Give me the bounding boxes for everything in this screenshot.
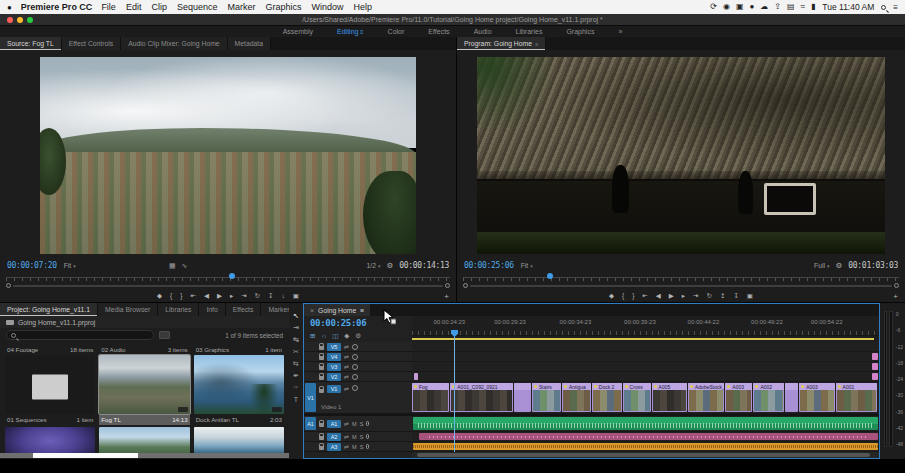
- button-editor-add-icon[interactable]: +: [893, 293, 898, 301]
- apple-menu-icon[interactable]: ●: [7, 3, 12, 12]
- mark-in-icon[interactable]: {: [170, 293, 172, 300]
- spotlight-icon[interactable]: [881, 5, 886, 10]
- panel-tab[interactable]: Markers: [261, 303, 289, 316]
- track-lane-v3[interactable]: [412, 362, 879, 372]
- menu-item[interactable]: File: [101, 2, 116, 12]
- workspace-tab[interactable]: Audio: [474, 28, 492, 35]
- button-editor-add-icon[interactable]: +: [444, 293, 449, 301]
- bin-item[interactable]: Dock Antilan TL2:03: [194, 355, 284, 426]
- bin-item-caption[interactable]: 04 Footage18 items: [5, 344, 95, 354]
- track-select-forward-tool[interactable]: ⇥: [293, 324, 299, 331]
- timeline-settings-icon[interactable]: ⚙: [355, 332, 361, 340]
- timeline-current-timecode[interactable]: 00:00:25:06: [304, 316, 412, 329]
- menu-item[interactable]: Help: [354, 2, 373, 12]
- lock-icon[interactable]: [319, 436, 324, 440]
- snap-icon[interactable]: ∩: [321, 332, 326, 339]
- menu-item[interactable]: Sequence: [177, 2, 218, 12]
- drag-video-icon[interactable]: ▦: [169, 262, 176, 270]
- track-target-button[interactable]: A2: [327, 433, 341, 441]
- wifi-icon[interactable]: ≈: [801, 3, 805, 11]
- toggle-track-output-icon[interactable]: [352, 364, 358, 370]
- menu-item[interactable]: Edit: [126, 2, 142, 12]
- zoom-handle-left[interactable]: [6, 283, 11, 288]
- mark-in-icon[interactable]: {: [622, 293, 624, 300]
- play-icon[interactable]: ▶: [669, 293, 674, 300]
- bin-item[interactable]: 01 Sequences1 item: [5, 355, 95, 426]
- hand-tool[interactable]: ☞: [293, 384, 299, 391]
- program-playhead[interactable]: [547, 273, 553, 279]
- voiceover-record-icon[interactable]: [366, 444, 369, 449]
- program-current-timecode[interactable]: 00:00:25:06: [464, 261, 514, 270]
- menu-item[interactable]: Graphics: [265, 2, 301, 12]
- timeline-clip[interactable]: A003: [799, 383, 834, 412]
- window-icon[interactable]: ▤: [787, 3, 795, 11]
- playback-resolution-dropdown[interactable]: 1/2▾: [367, 262, 381, 269]
- scrollbar-thumb[interactable]: [33, 453, 138, 458]
- workspace-tab[interactable]: Editing: [337, 28, 364, 35]
- timeline-clip[interactable]: A001_C092_0921: [450, 383, 513, 412]
- mute-track-button[interactable]: M: [352, 434, 357, 440]
- minimize-window-button[interactable]: [17, 17, 23, 23]
- panel-tab[interactable]: Program: Going Home≡: [457, 37, 546, 50]
- add-marker-icon[interactable]: ◆: [609, 293, 614, 300]
- bin-item-thumbnail[interactable]: [99, 355, 189, 414]
- workspace-tab[interactable]: Color: [388, 28, 405, 35]
- source-current-timecode[interactable]: 00:00:07:20: [7, 261, 57, 270]
- close-window-button[interactable]: [7, 17, 13, 23]
- app-menu-title[interactable]: Premiere Pro CC: [21, 2, 93, 12]
- display-icon[interactable]: ▣: [736, 3, 744, 11]
- track-target-button[interactable]: V4: [327, 353, 341, 361]
- step-forward-icon[interactable]: ▸: [230, 293, 233, 300]
- source-playhead[interactable]: [229, 273, 235, 279]
- lock-icon[interactable]: [319, 376, 324, 380]
- menu-item[interactable]: Marker: [227, 2, 255, 12]
- loop-icon[interactable]: ↻: [255, 293, 260, 300]
- settings-wrench-icon[interactable]: ⚙: [387, 261, 394, 270]
- go-to-in-icon[interactable]: ⇤: [642, 293, 647, 300]
- timeline-clip[interactable]: [414, 373, 418, 380]
- insert-icon[interactable]: ↧: [268, 293, 273, 300]
- program-zoom-bar[interactable]: [463, 282, 899, 289]
- workspace-tab[interactable]: Assembly: [283, 28, 313, 35]
- panel-tab[interactable]: Effect Controls: [62, 37, 121, 50]
- selection-tool[interactable]: ↖: [293, 312, 299, 319]
- audio-clip[interactable]: [419, 433, 877, 440]
- panel-tab[interactable]: Source: Fog TL: [0, 37, 62, 50]
- pen-tool[interactable]: ✒: [293, 372, 299, 379]
- timeline-sequence-tab[interactable]: × Going Home ≡: [304, 304, 370, 316]
- sync-lock-icon[interactable]: ⇄: [344, 363, 349, 370]
- export-frame-icon[interactable]: ▣: [293, 293, 299, 300]
- toggle-track-output-icon[interactable]: [352, 385, 358, 391]
- cloud-icon[interactable]: ☁: [760, 3, 768, 11]
- lock-icon[interactable]: [319, 346, 324, 350]
- panel-menu-icon[interactable]: ≡: [535, 41, 538, 47]
- type-tool[interactable]: T: [294, 396, 298, 403]
- overwrite-icon[interactable]: ↓: [282, 293, 285, 300]
- zoom-handle-right[interactable]: [445, 283, 450, 288]
- panel-tab[interactable]: Audio Clip Mixer: Going Home: [121, 37, 227, 50]
- lift-icon[interactable]: ↥: [720, 293, 725, 300]
- program-video-frame[interactable]: [477, 57, 885, 254]
- solo-track-button[interactable]: S: [360, 434, 364, 440]
- timeline-ruler[interactable]: 00:00:24:2300:00:29:2300:00:34:2300:00:3…: [412, 316, 879, 336]
- source-patch-button[interactable]: A1: [305, 417, 316, 430]
- sync-lock-icon[interactable]: ⇄: [344, 343, 349, 350]
- track-target-button[interactable]: V3: [327, 363, 341, 371]
- track-lane-a1[interactable]: [412, 416, 879, 432]
- settings-wrench-icon[interactable]: ⚙: [836, 261, 843, 270]
- bin-item-caption[interactable]: 02 Audio3 items: [99, 344, 189, 354]
- solo-track-button[interactable]: S: [360, 444, 364, 450]
- timeline-clip[interactable]: [872, 373, 878, 380]
- video-track-header[interactable]: V5⇄: [304, 342, 412, 352]
- track-lane-v5[interactable]: [412, 342, 879, 352]
- bin-item[interactable]: Fog TL14:13: [99, 355, 189, 426]
- program-scrubber[interactable]: [463, 273, 899, 282]
- menu-item[interactable]: Window: [312, 2, 344, 12]
- voiceover-record-icon[interactable]: [366, 434, 369, 439]
- time-machine-icon[interactable]: ⟳: [710, 3, 717, 11]
- video-track-header[interactable]: V2⇄: [304, 372, 412, 382]
- step-forward-icon[interactable]: ▸: [682, 293, 685, 300]
- timeline-horizontal-scrollbar[interactable]: [412, 452, 879, 458]
- timeline-clip[interactable]: AdobeStock_9: [688, 383, 724, 412]
- source-fit-dropdown[interactable]: Fit▾: [64, 262, 76, 269]
